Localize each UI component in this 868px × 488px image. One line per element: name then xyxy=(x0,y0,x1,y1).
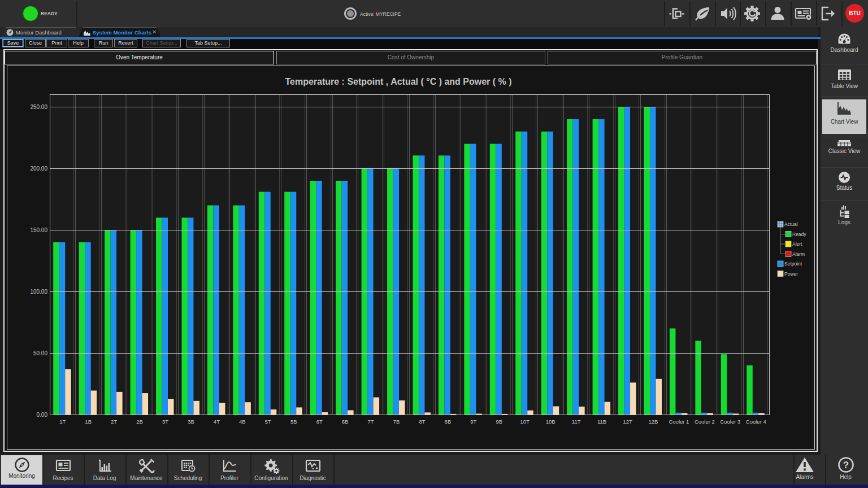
svg-text:?: ? xyxy=(843,460,848,470)
svg-text:50.00: 50.00 xyxy=(33,350,47,356)
svg-text:12T: 12T xyxy=(623,419,632,425)
svg-text:12B: 12B xyxy=(649,419,658,425)
svg-text:9B: 9B xyxy=(496,419,503,425)
svg-text:0.00: 0.00 xyxy=(37,412,48,418)
svg-text:9T: 9T xyxy=(470,419,476,425)
svg-text:6T: 6T xyxy=(316,419,323,425)
svg-text:200.00: 200.00 xyxy=(30,165,47,172)
svg-text:2B: 2B xyxy=(136,419,143,425)
svg-text:1B: 1B xyxy=(85,419,92,425)
svg-text:Cooler 1: Cooler 1 xyxy=(669,419,689,425)
svg-text:10B: 10B xyxy=(546,419,555,425)
svg-text:Cooler 2: Cooler 2 xyxy=(695,419,715,425)
svg-text:1T: 1T xyxy=(59,419,66,425)
svg-text:Power: Power xyxy=(784,271,798,277)
svg-text:8B: 8B xyxy=(445,419,452,425)
svg-text:5B: 5B xyxy=(290,419,297,425)
svg-text:Alert: Alert xyxy=(792,241,802,247)
svg-text:100.00: 100.00 xyxy=(30,289,47,295)
svg-text:Alarm: Alarm xyxy=(792,251,805,257)
svg-text:2T: 2T xyxy=(111,419,117,425)
svg-text:3B: 3B xyxy=(188,419,194,425)
svg-text:Cooler 4: Cooler 4 xyxy=(746,419,766,425)
svg-text:Cooler 3: Cooler 3 xyxy=(720,419,740,425)
svg-text:4T: 4T xyxy=(214,419,220,425)
svg-text:Setpoint: Setpoint xyxy=(784,261,802,267)
svg-text:150.00: 150.00 xyxy=(30,227,47,233)
svg-text:Ready: Ready xyxy=(792,232,806,237)
svg-text:Temperature : Setpoint , Actua: Temperature : Setpoint , Actual ( °C ) a… xyxy=(285,77,511,86)
svg-text:11B: 11B xyxy=(597,419,606,425)
svg-text:6B: 6B xyxy=(342,419,349,425)
svg-text:250.00: 250.00 xyxy=(30,104,47,110)
svg-text:7T: 7T xyxy=(368,419,374,425)
svg-text:Actual: Actual xyxy=(784,221,798,227)
svg-text:7B: 7B xyxy=(393,419,400,425)
svg-text:5T: 5T xyxy=(265,419,271,425)
svg-text:11T: 11T xyxy=(572,419,581,425)
svg-text:3T: 3T xyxy=(162,419,168,425)
svg-text:8T: 8T xyxy=(419,419,425,425)
svg-text:10T: 10T xyxy=(520,419,530,425)
svg-text:4B: 4B xyxy=(239,419,246,425)
